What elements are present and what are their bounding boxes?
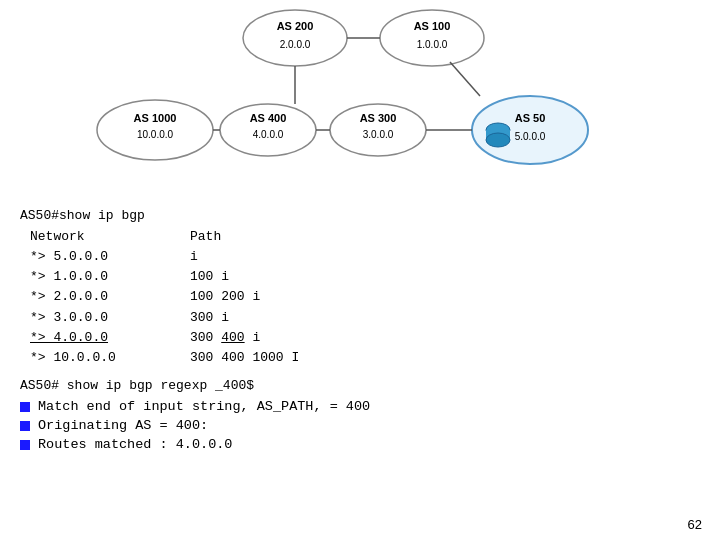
bullet-icon — [20, 440, 30, 450]
list-item-text: Match end of input string, AS_PATH, = 40… — [38, 399, 370, 414]
svg-text:AS 300: AS 300 — [360, 112, 397, 124]
table-header: Network Path — [30, 227, 700, 247]
svg-point-0 — [243, 10, 347, 66]
svg-text:4.0.0.0: 4.0.0.0 — [253, 129, 284, 140]
bgp-table: Network Path *> 5.0.0.0 i *> 1.0.0.0 100… — [30, 227, 700, 368]
list-item: Originating AS = 400: — [20, 418, 700, 433]
bullet-list: Match end of input string, AS_PATH, = 40… — [20, 399, 700, 452]
svg-text:3.0.0.0: 3.0.0.0 — [363, 129, 394, 140]
list-item: Match end of input string, AS_PATH, = 40… — [20, 399, 700, 414]
svg-text:AS 200: AS 200 — [277, 20, 314, 32]
svg-point-3 — [380, 10, 484, 66]
svg-text:AS 100: AS 100 — [414, 20, 451, 32]
bullet-icon — [20, 421, 30, 431]
svg-text:1.0.0.0: 1.0.0.0 — [417, 39, 448, 50]
command1: AS50#show ip bgp — [20, 208, 700, 223]
svg-text:5.0.0.0: 5.0.0.0 — [515, 131, 546, 142]
command2: AS50# show ip bgp regexp _400$ — [20, 378, 700, 393]
list-item-text: Routes matched : 4.0.0.0 — [38, 437, 232, 452]
svg-text:AS 50: AS 50 — [515, 112, 546, 124]
header-network: Network — [30, 227, 190, 247]
table-row: *> 5.0.0.0 i — [30, 247, 700, 267]
svg-text:10.0.0.0: 10.0.0.0 — [137, 129, 174, 140]
svg-text:2.0.0.0: 2.0.0.0 — [280, 39, 311, 50]
list-item-text: Originating AS = 400: — [38, 418, 208, 433]
header-path: Path — [190, 227, 700, 247]
svg-text:AS 1000: AS 1000 — [134, 112, 177, 124]
network-diagram: AS 200 2.0.0.0 AS 100 1.0.0.0 AS 1000 10… — [0, 0, 720, 200]
list-item: Routes matched : 4.0.0.0 — [20, 437, 700, 452]
regexp-section: AS50# show ip bgp regexp _400$ Match end… — [20, 378, 700, 452]
table-row: *> 1.0.0.0 100 i — [30, 267, 700, 287]
table-row: *> 3.0.0.0 300 i — [30, 308, 700, 328]
page-number: 62 — [688, 517, 702, 532]
content-area: AS50#show ip bgp Network Path *> 5.0.0.0… — [0, 200, 720, 464]
table-row: *> 2.0.0.0 100 200 i — [30, 287, 700, 307]
svg-point-20 — [486, 133, 510, 147]
svg-line-22 — [450, 62, 480, 96]
table-row-underline: *> 4.0.0.0 300 400 i — [30, 328, 700, 348]
bullet-icon — [20, 402, 30, 412]
table-row: *> 10.0.0.0 300 400 1000 I — [30, 348, 700, 368]
svg-text:AS 400: AS 400 — [250, 112, 287, 124]
